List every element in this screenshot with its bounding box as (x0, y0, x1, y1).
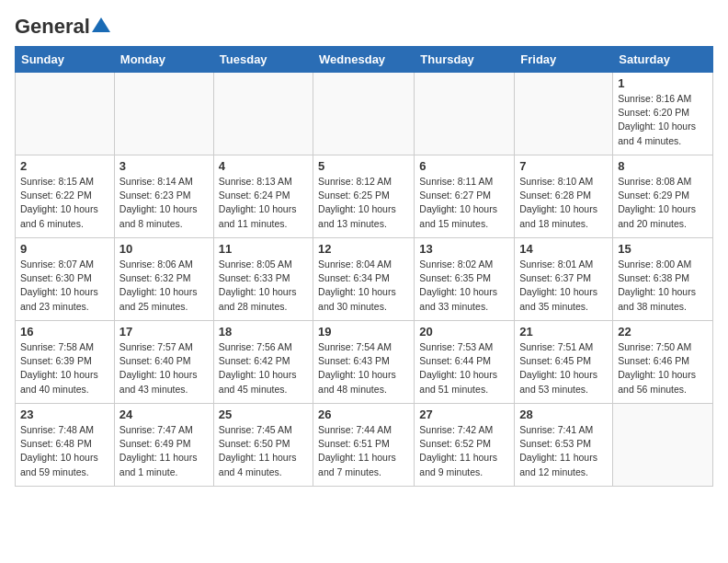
day-number: 16 (20, 325, 109, 339)
day-info: Sunrise: 7:57 AM Sunset: 6:40 PM Dayligh… (119, 340, 209, 396)
day-info: Sunrise: 7:56 AM Sunset: 6:42 PM Dayligh… (219, 340, 308, 396)
day-number: 25 (219, 408, 308, 421)
calendar-week-1: 1Sunrise: 8:16 AM Sunset: 6:20 PM Daylig… (16, 73, 713, 155)
day-info: Sunrise: 8:11 AM Sunset: 6:27 PM Dayligh… (419, 175, 509, 231)
calendar-cell: 10Sunrise: 8:06 AM Sunset: 6:32 PM Dayli… (114, 238, 213, 321)
calendar-cell: 4Sunrise: 8:13 AM Sunset: 6:24 PM Daylig… (213, 155, 313, 238)
calendar-header: SundayMondayTuesdayWednesdayThursdayFrid… (16, 47, 713, 73)
day-info: Sunrise: 7:44 AM Sunset: 6:51 PM Dayligh… (318, 423, 409, 479)
day-number: 27 (419, 408, 509, 421)
day-number: 13 (419, 242, 509, 256)
day-info: Sunrise: 8:04 AM Sunset: 6:34 PM Dayligh… (318, 258, 409, 314)
calendar-cell (515, 73, 613, 155)
day-number: 8 (618, 159, 708, 173)
svg-marker-0 (92, 17, 110, 32)
day-info: Sunrise: 8:13 AM Sunset: 6:24 PM Dayligh… (219, 175, 308, 231)
calendar-cell: 22Sunrise: 7:50 AM Sunset: 6:46 PM Dayli… (613, 321, 713, 404)
day-info: Sunrise: 8:06 AM Sunset: 6:32 PM Dayligh… (119, 258, 209, 314)
calendar-cell: 13Sunrise: 8:02 AM Sunset: 6:35 PM Dayli… (415, 238, 515, 321)
day-number: 12 (318, 242, 409, 256)
calendar-cell: 5Sunrise: 8:12 AM Sunset: 6:25 PM Daylig… (313, 155, 415, 238)
day-info: Sunrise: 7:53 AM Sunset: 6:44 PM Dayligh… (419, 340, 509, 396)
day-info: Sunrise: 8:16 AM Sunset: 6:20 PM Dayligh… (618, 92, 708, 148)
calendar-cell (114, 73, 213, 155)
calendar-week-2: 2Sunrise: 8:15 AM Sunset: 6:22 PM Daylig… (16, 155, 713, 238)
calendar-cell: 17Sunrise: 7:57 AM Sunset: 6:40 PM Dayli… (114, 321, 213, 404)
day-info: Sunrise: 7:58 AM Sunset: 6:39 PM Dayligh… (20, 340, 109, 396)
day-info: Sunrise: 8:14 AM Sunset: 6:23 PM Dayligh… (119, 175, 209, 231)
day-info: Sunrise: 8:12 AM Sunset: 6:25 PM Dayligh… (318, 175, 409, 231)
calendar-cell (313, 73, 415, 155)
day-info: Sunrise: 8:02 AM Sunset: 6:35 PM Dayligh… (419, 258, 509, 314)
day-info: Sunrise: 8:08 AM Sunset: 6:29 PM Dayligh… (618, 175, 708, 231)
calendar-cell (213, 73, 313, 155)
day-number: 11 (219, 242, 308, 256)
day-header-thursday: Thursday (415, 47, 515, 73)
day-number: 18 (219, 325, 308, 339)
day-number: 15 (618, 242, 708, 256)
day-info: Sunrise: 8:05 AM Sunset: 6:33 PM Dayligh… (219, 258, 308, 314)
day-header-friday: Friday (515, 47, 613, 73)
day-info: Sunrise: 8:07 AM Sunset: 6:30 PM Dayligh… (20, 258, 109, 314)
day-info: Sunrise: 8:15 AM Sunset: 6:22 PM Dayligh… (20, 175, 109, 231)
calendar-cell: 1Sunrise: 8:16 AM Sunset: 6:20 PM Daylig… (613, 73, 713, 155)
calendar-cell: 11Sunrise: 8:05 AM Sunset: 6:33 PM Dayli… (213, 238, 313, 321)
day-header-tuesday: Tuesday (213, 47, 313, 73)
calendar-cell: 21Sunrise: 7:51 AM Sunset: 6:45 PM Dayli… (515, 321, 613, 404)
day-number: 5 (318, 159, 409, 173)
day-number: 19 (318, 325, 409, 339)
calendar-cell: 16Sunrise: 7:58 AM Sunset: 6:39 PM Dayli… (16, 321, 115, 404)
day-number: 22 (618, 325, 708, 339)
calendar-cell: 12Sunrise: 8:04 AM Sunset: 6:34 PM Dayli… (313, 238, 415, 321)
day-info: Sunrise: 8:10 AM Sunset: 6:28 PM Dayligh… (519, 175, 608, 231)
logo-icon (92, 17, 110, 32)
day-number: 7 (519, 159, 608, 173)
calendar-cell (613, 404, 713, 487)
calendar-cell: 27Sunrise: 7:42 AM Sunset: 6:52 PM Dayli… (415, 404, 515, 487)
day-info: Sunrise: 7:47 AM Sunset: 6:49 PM Dayligh… (119, 423, 209, 479)
page-header: General (15, 15, 713, 35)
calendar-cell: 15Sunrise: 8:00 AM Sunset: 6:38 PM Dayli… (613, 238, 713, 321)
calendar-cell: 26Sunrise: 7:44 AM Sunset: 6:51 PM Dayli… (313, 404, 415, 487)
day-header-saturday: Saturday (613, 47, 713, 73)
calendar-cell: 24Sunrise: 7:47 AM Sunset: 6:49 PM Dayli… (114, 404, 213, 487)
day-info: Sunrise: 7:54 AM Sunset: 6:43 PM Dayligh… (318, 340, 409, 396)
day-header-wednesday: Wednesday (313, 47, 415, 73)
day-info: Sunrise: 8:00 AM Sunset: 6:38 PM Dayligh… (618, 258, 708, 314)
calendar-cell (415, 73, 515, 155)
logo: General (15, 15, 110, 35)
day-number: 24 (119, 408, 209, 421)
day-info: Sunrise: 7:45 AM Sunset: 6:50 PM Dayligh… (219, 423, 308, 479)
calendar-week-5: 23Sunrise: 7:48 AM Sunset: 6:48 PM Dayli… (16, 404, 713, 487)
day-info: Sunrise: 8:01 AM Sunset: 6:37 PM Dayligh… (519, 258, 608, 314)
day-info: Sunrise: 7:42 AM Sunset: 6:52 PM Dayligh… (419, 423, 509, 479)
calendar-cell: 18Sunrise: 7:56 AM Sunset: 6:42 PM Dayli… (213, 321, 313, 404)
day-number: 2 (20, 159, 109, 173)
calendar-table: SundayMondayTuesdayWednesdayThursdayFrid… (15, 46, 713, 487)
day-number: 20 (419, 325, 509, 339)
calendar-cell: 14Sunrise: 8:01 AM Sunset: 6:37 PM Dayli… (515, 238, 613, 321)
day-number: 21 (519, 325, 608, 339)
day-number: 23 (20, 408, 109, 421)
day-number: 6 (419, 159, 509, 173)
calendar-cell: 9Sunrise: 8:07 AM Sunset: 6:30 PM Daylig… (16, 238, 115, 321)
calendar-cell: 2Sunrise: 8:15 AM Sunset: 6:22 PM Daylig… (16, 155, 115, 238)
calendar-cell (16, 73, 115, 155)
day-header-sunday: Sunday (16, 47, 115, 73)
day-number: 3 (119, 159, 209, 173)
logo-general: General (15, 15, 90, 39)
day-number: 10 (119, 242, 209, 256)
day-number: 4 (219, 159, 308, 173)
calendar-cell: 6Sunrise: 8:11 AM Sunset: 6:27 PM Daylig… (415, 155, 515, 238)
calendar-cell: 8Sunrise: 8:08 AM Sunset: 6:29 PM Daylig… (613, 155, 713, 238)
calendar-cell: 7Sunrise: 8:10 AM Sunset: 6:28 PM Daylig… (515, 155, 613, 238)
calendar-cell: 3Sunrise: 8:14 AM Sunset: 6:23 PM Daylig… (114, 155, 213, 238)
day-number: 9 (20, 242, 109, 256)
calendar-week-3: 9Sunrise: 8:07 AM Sunset: 6:30 PM Daylig… (16, 238, 713, 321)
calendar-cell: 20Sunrise: 7:53 AM Sunset: 6:44 PM Dayli… (415, 321, 515, 404)
day-number: 1 (618, 76, 708, 90)
day-info: Sunrise: 7:41 AM Sunset: 6:53 PM Dayligh… (519, 423, 608, 479)
calendar-week-4: 16Sunrise: 7:58 AM Sunset: 6:39 PM Dayli… (16, 321, 713, 404)
calendar-cell: 28Sunrise: 7:41 AM Sunset: 6:53 PM Dayli… (515, 404, 613, 487)
day-info: Sunrise: 7:50 AM Sunset: 6:46 PM Dayligh… (618, 340, 708, 396)
